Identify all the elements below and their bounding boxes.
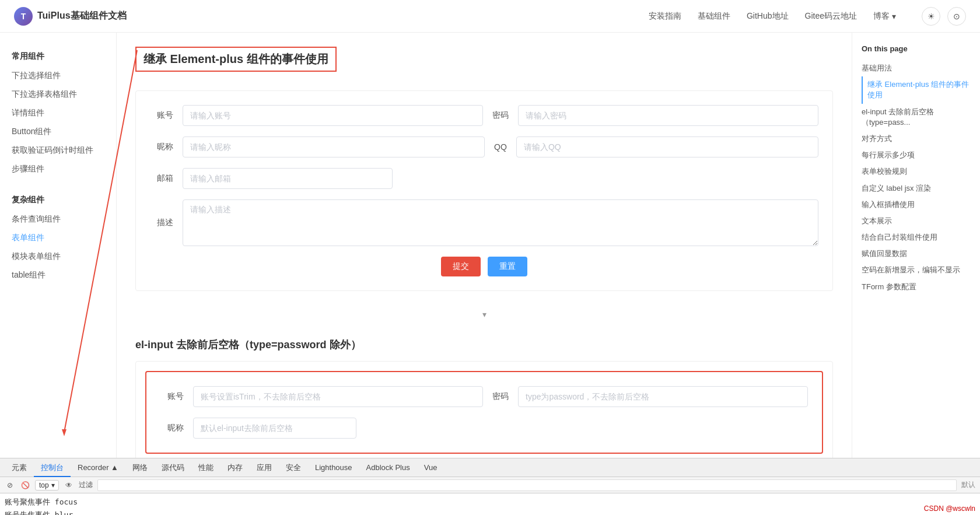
devtools-tab-application[interactable]: 应用 — [250, 458, 279, 477]
sidebar-item-dropdown-table[interactable]: 下拉选择表格组件 — [0, 85, 116, 104]
form1-nickname-label: 昵称 — [150, 142, 173, 152]
nav-icons: ☀ ⊙ — [922, 7, 966, 26]
left-sidebar: 常用组件 下拉选择组件 下拉选择表格组件 详情组件 Button组件 获取验证码… — [0, 33, 117, 515]
section1-heading: 继承 Element-plus 组件的事件使用 — [135, 47, 337, 72]
sidebar-item-dropdown[interactable]: 下拉选择组件 — [0, 66, 116, 85]
right-sidebar-item-10[interactable]: 赋值回显数据 — [862, 246, 971, 262]
nav-blog[interactable]: 博客 ▾ — [873, 11, 896, 22]
nav-links: 安装指南 基础组件 GitHub地址 Gitee码云地址 博客 ▾ ☀ ⊙ — [649, 7, 966, 26]
devtools-tab-memory[interactable]: 内存 — [220, 458, 250, 477]
right-sidebar-item-11[interactable]: 空码在新增显示，编辑不显示 — [862, 262, 971, 278]
form1-desc-label: 描述 — [150, 218, 173, 228]
context-chevron: ▾ — [51, 481, 55, 489]
context-label: top — [39, 481, 49, 489]
right-sidebar-item-0[interactable]: 基础用法 — [862, 60, 971, 76]
form2-nickname-label: 昵称 — [160, 423, 184, 433]
nav-logo[interactable]: T TuiPlus基础组件文档 — [14, 7, 127, 26]
right-sidebar: On this page 基础用法 继承 Element-plus 组件的事件使… — [852, 33, 980, 515]
form2-nickname-input[interactable] — [193, 418, 356, 439]
github-icon[interactable]: ⊙ — [947, 7, 966, 26]
form2-row1: 账号 密码 — [160, 386, 808, 407]
right-sidebar-item-7[interactable]: 输入框插槽使用 — [862, 197, 971, 213]
theme-toggle-icon[interactable]: ☀ — [922, 7, 940, 26]
expand-icon: ▾ — [482, 310, 487, 319]
form1-email-input[interactable] — [183, 168, 393, 189]
sidebar-item-module-form[interactable]: 模块表单组件 — [0, 247, 116, 266]
devtools-panel: 元素 控制台 Recorder ▲ 网络 源代码 性能 内存 应用 安全 Lig… — [0, 458, 980, 515]
main-content: 继承 Element-plus 组件的事件使用 账号 密码 昵称 QQ 邮箱 描… — [117, 33, 852, 515]
form1-submit-button[interactable]: 提交 — [441, 257, 481, 276]
form1-row1: 账号 密码 — [150, 105, 818, 126]
right-sidebar-item-1[interactable]: 继承 Element-plus 组件的事件使用 — [862, 76, 971, 103]
csdn-badge: CSDN @wscwln — [924, 505, 975, 513]
devtools-filter-label: 过滤 — [79, 480, 93, 490]
form2-account-label: 账号 — [160, 391, 184, 402]
top-nav: T TuiPlus基础组件文档 安装指南 基础组件 GitHub地址 Gitee… — [0, 0, 980, 33]
right-sidebar-title: On this page — [862, 44, 971, 53]
devtools-console-content: 账号聚焦事件 focus 账号失焦事件 blur — [0, 493, 980, 515]
form1-expand-btn[interactable]: ▾ — [135, 305, 833, 324]
right-sidebar-item-5[interactable]: 表单校验规则 — [862, 163, 971, 180]
right-sidebar-item-6[interactable]: 自定义 label jsx 渲染 — [862, 180, 971, 197]
form1-account-input[interactable] — [183, 105, 483, 126]
devtools-default-label: 默认 — [961, 480, 975, 490]
form1-row4: 描述 — [150, 199, 818, 246]
form1-password-input[interactable] — [518, 105, 818, 126]
right-sidebar-item-8[interactable]: 文本展示 — [862, 213, 971, 229]
form1-email-label: 邮箱 — [150, 173, 173, 184]
right-sidebar-item-3[interactable]: 对齐方式 — [862, 131, 971, 147]
devtools-tab-security[interactable]: 安全 — [279, 458, 308, 477]
devtools-toolbar: ⊘ 🚫 top ▾ 👁 过滤 默认 — [0, 477, 980, 493]
sidebar-item-form[interactable]: 表单组件 — [0, 229, 116, 247]
nav-blog-chevron: ▾ — [892, 12, 896, 21]
devtools-block-icon[interactable]: ⊘ — [5, 480, 15, 491]
nav-components[interactable]: 基础组件 — [698, 11, 730, 22]
devtools-tabs: 元素 控制台 Recorder ▲ 网络 源代码 性能 内存 应用 安全 Lig… — [0, 458, 980, 477]
devtools-tab-source[interactable]: 源代码 — [155, 458, 191, 477]
form1-nickname-input[interactable] — [183, 136, 485, 157]
devtools-tab-elements[interactable]: 元素 — [5, 458, 34, 477]
section2-title: 复杂组件 — [0, 190, 116, 210]
form1-qq-label: QQ — [494, 142, 507, 152]
sidebar-item-captcha[interactable]: 获取验证码倒计时组件 — [0, 141, 116, 160]
form1-section: 账号 密码 昵称 QQ 邮箱 描述 提交 重置 — [135, 90, 833, 291]
form1-account-label: 账号 — [150, 110, 173, 121]
sidebar-item-condition[interactable]: 条件查询组件 — [0, 210, 116, 229]
right-sidebar-item-12[interactable]: TForm 参数配置 — [862, 279, 971, 295]
form1-qq-input[interactable] — [516, 136, 818, 157]
nav-blog-label: 博客 — [873, 11, 890, 22]
devtools-tab-adblock[interactable]: Adblock Plus — [359, 458, 417, 477]
nav-gitee[interactable]: Gitee码云地址 — [805, 11, 857, 22]
devtools-tab-vue[interactable]: Vue — [417, 458, 444, 477]
right-sidebar-item-9[interactable]: 结合自己封装组件使用 — [862, 229, 971, 246]
form2-section: 账号 密码 昵称 — [145, 371, 823, 454]
form1-reset-button[interactable]: 重置 — [488, 257, 527, 276]
form2-password-input[interactable] — [518, 386, 808, 407]
sidebar-item-steps[interactable]: 步骤组件 — [0, 160, 116, 178]
devtools-filter-input[interactable] — [97, 479, 957, 491]
sidebar-item-detail[interactable]: 详情组件 — [0, 104, 116, 122]
devtools-tab-lighthouse[interactable]: Lighthouse — [308, 458, 359, 477]
section2-heading: el-input 去除前后空格（type=password 除外） — [135, 338, 833, 352]
devtools-clear-icon[interactable]: 🚫 — [20, 480, 30, 491]
sidebar-item-button[interactable]: Button组件 — [0, 122, 116, 141]
devtools-context-select[interactable]: top ▾ — [35, 480, 59, 491]
form1-row2: 昵称 QQ — [150, 136, 818, 157]
main-layout: 常用组件 下拉选择组件 下拉选择表格组件 详情组件 Button组件 获取验证码… — [0, 33, 980, 515]
devtools-tab-performance[interactable]: 性能 — [191, 458, 220, 477]
form2-account-input[interactable] — [193, 386, 483, 407]
devtools-eye-icon[interactable]: 👁 — [64, 480, 74, 491]
right-sidebar-item-2[interactable]: el-input 去除前后空格（type=pass... — [862, 104, 971, 131]
nav-logo-text: TuiPlus基础组件文档 — [37, 10, 127, 22]
devtools-tab-console[interactable]: 控制台 — [34, 458, 71, 477]
form1-row3: 邮箱 — [150, 168, 818, 189]
nav-github[interactable]: GitHub地址 — [747, 11, 789, 22]
devtools-tab-network[interactable]: 网络 — [125, 458, 155, 477]
form1-desc-input[interactable] — [183, 199, 818, 246]
form2-row2: 昵称 — [160, 418, 808, 439]
nav-install[interactable]: 安装指南 — [649, 11, 681, 22]
devtools-tab-recorder[interactable]: Recorder ▲ — [71, 458, 125, 477]
right-sidebar-item-4[interactable]: 每行展示多少项 — [862, 147, 971, 163]
section1-title: 常用组件 — [0, 47, 116, 66]
sidebar-item-table[interactable]: table组件 — [0, 266, 116, 285]
